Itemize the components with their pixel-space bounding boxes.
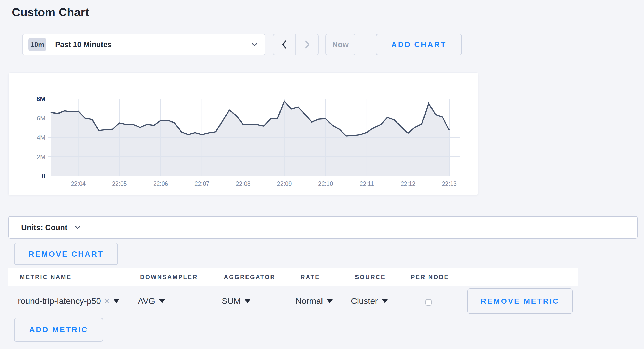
now-button[interactable]: Now (325, 34, 355, 55)
svg-text:8M: 8M (36, 95, 45, 102)
next-time-button[interactable] (296, 34, 318, 55)
column-header-metric-name: METRIC NAME (20, 274, 72, 281)
svg-text:22:08: 22:08 (236, 180, 251, 187)
chevron-left-icon (281, 40, 288, 49)
svg-text:22:10: 22:10 (318, 180, 333, 187)
column-header-source: SOURCE (355, 274, 386, 281)
svg-text:22:06: 22:06 (153, 180, 168, 187)
remove-chart-button[interactable]: REMOVE CHART (14, 243, 118, 265)
caret-down-icon (114, 299, 119, 303)
svg-text:22:09: 22:09 (277, 180, 292, 187)
time-pager (273, 34, 319, 55)
add-metric-button[interactable]: ADD METRIC (14, 318, 103, 342)
column-header-downsampler: DOWNSAMPLER (140, 274, 198, 281)
svg-text:22:05: 22:05 (112, 180, 127, 187)
svg-text:22:07: 22:07 (194, 180, 209, 187)
page-title: Custom Chart (12, 6, 89, 19)
source-select[interactable]: Cluster (351, 295, 388, 307)
chevron-right-icon (303, 40, 311, 49)
svg-text:2M: 2M (37, 153, 45, 160)
time-range-label: Past 10 Minutes (55, 40, 251, 49)
time-window-badge: 10m (28, 38, 46, 51)
aggregator-select[interactable]: SUM (222, 295, 250, 307)
add-chart-button[interactable]: ADD CHART (376, 34, 462, 55)
rate-select[interactable]: Normal (295, 295, 333, 307)
svg-text:4M: 4M (37, 134, 45, 141)
caret-down-icon (382, 299, 388, 303)
time-range-select[interactable]: 10m Past 10 Minutes (22, 34, 265, 55)
metric-name-value: round-trip-latency-p50 (18, 296, 101, 306)
prev-time-button[interactable] (273, 34, 295, 55)
toolbar-divider (9, 34, 9, 55)
caret-down-icon (159, 299, 165, 303)
chart-canvas: 22:0422:0522:0622:0722:0822:0922:1022:11… (9, 73, 478, 195)
metrics-table-header: METRIC NAME DOWNSAMPLER AGGREGATOR RATE … (8, 268, 578, 286)
close-icon[interactable]: × (104, 296, 109, 306)
svg-text:6M: 6M (37, 115, 45, 122)
source-value: Cluster (351, 296, 378, 306)
column-header-per-node: PER NODE (411, 274, 449, 281)
chevron-down-icon (75, 226, 81, 229)
caret-down-icon (327, 299, 333, 303)
svg-text:22:11: 22:11 (360, 180, 374, 187)
aggregator-value: SUM (222, 296, 241, 306)
remove-metric-button[interactable]: REMOVE METRIC (467, 288, 573, 314)
units-select[interactable]: Units: Count (8, 216, 638, 239)
svg-text:22:13: 22:13 (442, 180, 457, 187)
svg-text:0: 0 (42, 172, 45, 180)
caret-down-icon (245, 299, 250, 303)
downsampler-value: AVG (138, 296, 155, 306)
chart-card: 22:0422:0522:0622:0722:0822:0922:1022:11… (8, 72, 478, 195)
chevron-down-icon (251, 43, 258, 46)
downsampler-select[interactable]: AVG (138, 295, 165, 307)
metric-name-select[interactable]: round-trip-latency-p50 × (18, 295, 119, 307)
column-header-aggregator: AGGREGATOR (224, 274, 275, 281)
per-node-checkbox[interactable] (425, 299, 432, 306)
custom-chart-page: { "page": { "title": "Custom Chart" }, "… (0, 0, 644, 349)
svg-text:22:04: 22:04 (71, 180, 86, 187)
svg-text:22:12: 22:12 (401, 180, 416, 187)
column-header-rate: RATE (301, 274, 320, 281)
units-label: Units: Count (21, 223, 67, 232)
rate-value: Normal (295, 296, 323, 306)
